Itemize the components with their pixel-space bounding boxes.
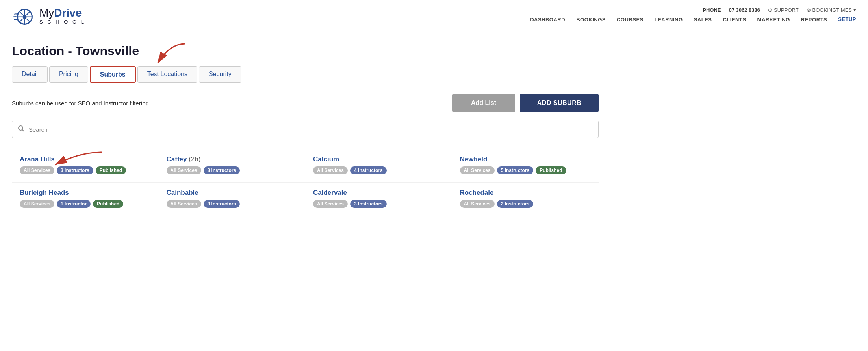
nav-setup[interactable]: SETUP — [838, 16, 856, 24]
svg-line-6 — [19, 11, 23, 15]
tab-detail-label: Detail — [22, 71, 38, 77]
logo-school: S C H O O L — [39, 19, 85, 24]
suburb-name-text: Cainbable — [167, 189, 198, 196]
nav-courses[interactable]: COURSES — [617, 17, 644, 24]
badge-3-instructors: 3 Instructors — [57, 166, 93, 174]
tab-pricing[interactable]: Pricing — [49, 66, 88, 83]
suburb-item-rochedale: Rochedale All Services 2 Instructors — [452, 183, 599, 216]
svg-point-1 — [22, 15, 26, 19]
support-icon: ⊙ — [768, 7, 772, 13]
suburb-item-calcium: Calcium All Services 4 Instructors — [305, 149, 452, 183]
header-right: PHONE 07 3062 8336 ⊙ SUPPORT ⊛ BOOKINGTI… — [530, 7, 856, 24]
nav-bookings[interactable]: BOOKINGS — [576, 17, 606, 24]
search-bar — [12, 121, 599, 138]
suburb-item-cainbable: Cainbable All Services 3 Instructors — [159, 183, 306, 216]
badge-all-services: All Services — [20, 166, 54, 174]
suburb-badges-burleigh-heads: All Services 1 Instructor Published — [20, 200, 151, 208]
suburbs-area: Arana Hills All Services 3 Instructors P… — [12, 149, 599, 216]
tab-suburbs-label: Suburbs — [100, 71, 126, 78]
suburb-name-text: Calcium — [313, 155, 339, 163]
badge-all-services: All Services — [313, 166, 348, 174]
suburb-name-newfield[interactable]: Newfield — [460, 155, 591, 163]
tab-test-locations-label: Test Locations — [147, 71, 187, 77]
suburb-badges-cainbable: All Services 3 Instructors — [167, 200, 298, 208]
logo[interactable]: MyDrive S C H O O L — [12, 4, 85, 28]
page-title: Location - Townsville — [12, 44, 599, 58]
support-link[interactable]: ⊙ SUPPORT — [768, 7, 799, 13]
suburb-name-caffey[interactable]: Caffey (2h) — [167, 155, 298, 163]
svg-line-8 — [27, 11, 30, 15]
badge-published: Published — [93, 200, 123, 208]
suburb-name-calcium[interactable]: Calcium — [313, 155, 444, 163]
nav-sales[interactable]: SALES — [694, 17, 712, 24]
suburb-name-text: Burleigh Heads — [20, 189, 69, 196]
support-label: SUPPORT — [774, 7, 799, 13]
badge-published: Published — [536, 166, 566, 174]
header: MyDrive S C H O O L PHONE 07 3062 8336 ⊙… — [0, 0, 868, 32]
user-icon: ⊛ — [807, 7, 811, 13]
tab-security[interactable]: Security — [199, 66, 241, 83]
svg-line-7 — [27, 19, 30, 22]
add-suburb-button[interactable]: ADD SUBURB — [520, 94, 599, 112]
badge-all-services: All Services — [20, 200, 54, 208]
badge-2-instructors: 2 Instructors — [497, 200, 534, 208]
add-list-button[interactable]: Add List — [452, 94, 515, 112]
suburb-item-burleigh-heads: Burleigh Heads All Services 1 Instructor… — [12, 183, 159, 216]
nav-menu: DASHBOARD BOOKINGS COURSES LEARNING SALE… — [530, 16, 856, 24]
nav-reports[interactable]: REPORTS — [801, 17, 827, 24]
suburb-name-text: Caldervale — [313, 189, 347, 196]
tab-suburbs[interactable]: Suburbs — [90, 66, 136, 83]
suburb-name-text: Caffey — [167, 155, 189, 163]
logo-my: My — [39, 7, 54, 19]
suburb-name-arana-hills[interactable]: Arana Hills — [20, 155, 151, 163]
badge-5-instructors: 5 Instructors — [497, 166, 534, 174]
chevron-down-icon: ▾ — [853, 7, 856, 13]
badge-all-services: All Services — [460, 166, 495, 174]
phone-number: 07 3062 8336 — [729, 7, 760, 13]
nav-dashboard[interactable]: DASHBOARD — [530, 17, 565, 24]
suburb-name-text: Rochedale — [460, 189, 494, 196]
tab-detail[interactable]: Detail — [12, 66, 48, 83]
badge-3-instructors: 3 Instructors — [204, 166, 240, 174]
phone-label: PHONE — [703, 7, 721, 13]
svg-line-9 — [19, 19, 23, 22]
badge-3-instructors: 3 Instructors — [204, 200, 240, 208]
suburb-badges-rochedale: All Services 2 Instructors — [460, 200, 591, 208]
search-icon — [18, 125, 25, 134]
suburb-badges-caffey: All Services 3 Instructors — [167, 166, 298, 174]
nav-clients[interactable]: CLIENTS — [723, 17, 746, 24]
badge-all-services: All Services — [313, 200, 348, 208]
suburb-item-caldervale: Caldervale All Services 3 Instructors — [305, 183, 452, 216]
suburb-name-text: Newfield — [460, 155, 488, 163]
suburb-name-caldervale[interactable]: Caldervale — [313, 189, 444, 197]
suburb-name-burleigh-heads[interactable]: Burleigh Heads — [20, 189, 151, 197]
description-text: Suburbs can be used for SEO and Instruct… — [12, 100, 150, 106]
top-bar: PHONE 07 3062 8336 ⊙ SUPPORT ⊛ BOOKINGTI… — [703, 7, 856, 13]
logo-icon — [12, 4, 35, 28]
booking-link[interactable]: ⊛ BOOKINGTIMES ▾ — [807, 7, 856, 13]
badge-3-instructors: 3 Instructors — [350, 200, 387, 208]
badge-all-services: All Services — [460, 200, 495, 208]
badge-all-services: All Services — [167, 200, 201, 208]
button-group: Add List ADD SUBURB — [452, 94, 599, 112]
nav-learning[interactable]: LEARNING — [655, 17, 683, 24]
tab-security-label: Security — [209, 71, 232, 77]
main-content: Location - Townsville Detail Pricing Sub… — [0, 32, 610, 232]
desc-row: Suburbs can be used for SEO and Instruct… — [12, 94, 599, 112]
nav-marketing[interactable]: MARKETING — [757, 17, 790, 24]
tab-test-locations[interactable]: Test Locations — [137, 66, 197, 83]
tabs-container: Detail Pricing Suburbs Test Locations Se… — [12, 66, 599, 83]
suburb-name-text: Arana Hills — [20, 155, 55, 163]
svg-line-12 — [22, 130, 24, 132]
badge-1-instructor: 1 Instructor — [57, 200, 91, 208]
suburb-name-cainbable[interactable]: Cainbable — [167, 189, 298, 197]
suburb-item-arana-hills: Arana Hills All Services 3 Instructors P… — [12, 149, 159, 183]
logo-text: MyDrive S C H O O L — [39, 7, 85, 24]
badge-all-services: All Services — [167, 166, 201, 174]
tab-pricing-label: Pricing — [59, 71, 78, 77]
suburb-badges-arana-hills: All Services 3 Instructors Published — [20, 166, 151, 174]
search-input[interactable] — [29, 126, 593, 133]
suburb-name-rochedale[interactable]: Rochedale — [460, 189, 591, 197]
suburb-duration-caffey: (2h) — [189, 155, 200, 163]
suburb-badges-caldervale: All Services 3 Instructors — [313, 200, 444, 208]
